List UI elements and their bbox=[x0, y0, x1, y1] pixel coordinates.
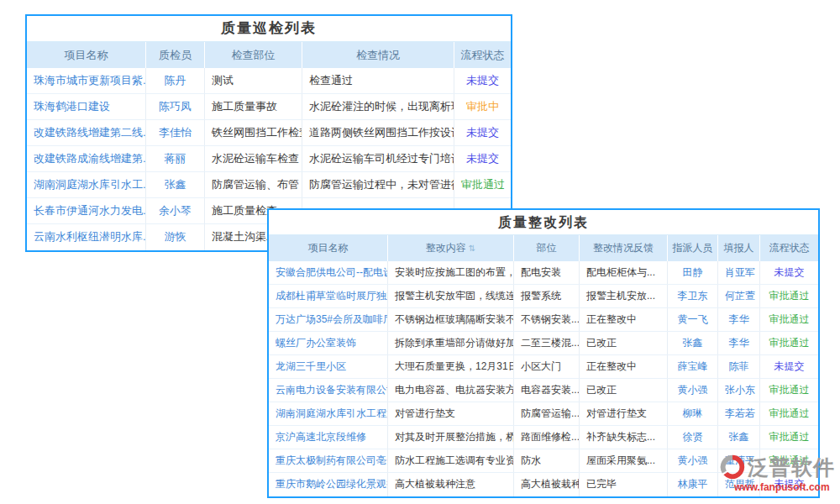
project-link[interactable]: 京沪高速北京段维修 bbox=[269, 426, 388, 449]
project-link[interactable]: 珠海市城市更新项目紫... bbox=[27, 68, 146, 93]
assignee-link[interactable]: 田静 bbox=[668, 261, 718, 284]
project-link[interactable]: 成都杜甫草堂临时展厅独立展... bbox=[269, 285, 388, 307]
reporter-link[interactable]: 肖亚军 bbox=[718, 261, 760, 284]
assignee-link[interactable]: 徐贤 bbox=[668, 426, 718, 449]
project-link[interactable]: 安徽合肥供电公司--配电设备... bbox=[269, 261, 388, 284]
project-link[interactable]: 龙湖三千里小区 bbox=[269, 355, 388, 378]
table-row: 改建铁路成渝线增建第...蒋丽水泥砼运输车检查水泥砼运输车司机经过专门培训...… bbox=[27, 146, 511, 172]
project-link[interactable]: 万达广场35#会所及咖啡厅空... bbox=[269, 308, 388, 331]
project-link[interactable]: 云南电力设备安装有限公司20... bbox=[269, 379, 388, 402]
assignee-link[interactable]: 柳琳 bbox=[668, 402, 718, 425]
table-row: 安徽合肥供电公司--配电设备...安装时应按施工图的布置，将...配电安装配电柜… bbox=[269, 261, 818, 285]
project-link[interactable]: 湖南洞庭湖水库引水工... bbox=[27, 172, 146, 197]
column-header-status: 流程状态 bbox=[454, 42, 511, 68]
table-row: 湖南洞庭湖水库引水工...张鑫防腐管运输、布管防腐管运输过程中，未对管进行...… bbox=[27, 172, 511, 198]
status-text: 审批通过 bbox=[454, 172, 511, 197]
project-link[interactable]: 长春市伊通河水力发电... bbox=[27, 198, 146, 223]
status-text: 审批通过 bbox=[760, 308, 818, 331]
assignee-link[interactable]: 张鑫 bbox=[668, 332, 718, 354]
feedback-cell: 已改正 bbox=[580, 332, 668, 354]
part-cell: 路面维修检... bbox=[514, 426, 580, 449]
reporter-link[interactable]: 何芷萱 bbox=[718, 285, 760, 307]
fanpu-watermark: 泛普软件 www.fanpusoft.com bbox=[719, 454, 835, 492]
column-header-project: 项目名称 bbox=[27, 42, 146, 68]
part-cell: 不锈钢安装... bbox=[514, 308, 580, 331]
content-cell: 防水工程施工选调有专业资质... bbox=[388, 449, 514, 472]
assignee-link[interactable]: 薛宝峰 bbox=[668, 355, 718, 378]
content-cell: 拆除到承重墙部分请做好加固... bbox=[388, 332, 514, 354]
part-cell: 二至三楼混... bbox=[514, 332, 580, 354]
status-text: 审批通过 bbox=[760, 332, 818, 354]
feedback-cell: 屋面采用聚氨... bbox=[580, 449, 668, 472]
situation-cell: 检查通过 bbox=[302, 68, 454, 93]
inspection-table-title: 质量巡检列表 bbox=[27, 16, 511, 42]
column-header-status: 流程状态 bbox=[760, 235, 818, 261]
inspection-table-header: 项目名称 质检员 检查部位 检查情况 流程状态 bbox=[27, 42, 511, 68]
column-header-feedback: 整改情况反馈 bbox=[580, 235, 668, 261]
part-cell: 高大植被栽种 bbox=[514, 473, 580, 496]
reporter-link[interactable]: 李华 bbox=[718, 332, 760, 354]
feedback-cell: 正在整改中 bbox=[580, 355, 668, 378]
assignee-link[interactable]: 林康平 bbox=[668, 473, 718, 496]
column-header-project: 项目名称 bbox=[269, 235, 388, 261]
project-link[interactable]: 螺丝厂办公室装饰 bbox=[269, 332, 388, 354]
inspector-link[interactable]: 游恢 bbox=[146, 224, 205, 250]
project-link[interactable]: 珠海鹤港口建设 bbox=[27, 94, 146, 119]
inspector-link[interactable]: 张鑫 bbox=[146, 172, 205, 197]
reporter-link[interactable]: 李华 bbox=[718, 308, 760, 331]
status-text: 审批通过 bbox=[760, 379, 818, 402]
table-row: 京沪高速北京段维修对其及时开展整治措施，桥头...路面维修检...补齐缺失标志.… bbox=[269, 426, 818, 449]
feedback-cell: 对管进行垫支 bbox=[580, 402, 668, 425]
assignee-link[interactable]: 李卫东 bbox=[668, 285, 718, 307]
table-row: 成都杜甫草堂临时展厅独立展...报警主机安放牢固，线缆连接...报警系统报警主机… bbox=[269, 285, 818, 308]
reporter-link[interactable]: 张小东 bbox=[718, 379, 760, 402]
status-text: 审批中 bbox=[454, 94, 511, 119]
assignee-link[interactable]: 黄小强 bbox=[668, 379, 718, 402]
inspector-link[interactable]: 陈巧凤 bbox=[146, 94, 205, 119]
project-link[interactable]: 重庆太极制药有限公司亳州中... bbox=[269, 449, 388, 472]
table-row: 龙湖三千里小区大理石质量更换，12月31日之...小区大门正在整改中薛宝峰陈菲未… bbox=[269, 355, 818, 379]
rectification-table-header: 项目名称 整改内容⇅ 部位 整改情况反馈 指派人员 填报人 流程状态 bbox=[269, 235, 818, 261]
feedback-cell: 已改正 bbox=[580, 379, 668, 402]
assignee-link[interactable]: 黄小强 bbox=[668, 449, 718, 472]
inspector-link[interactable]: 余小琴 bbox=[146, 198, 205, 223]
table-row: 珠海市城市更新项目紫...陈丹测试检查通过未提交 bbox=[27, 68, 511, 94]
inspector-link[interactable]: 李佳怡 bbox=[146, 120, 205, 145]
status-text: 未提交 bbox=[760, 355, 818, 378]
inspector-link[interactable]: 蒋丽 bbox=[146, 146, 205, 171]
content-cell: 对其及时开展整治措施，桥头... bbox=[388, 426, 514, 449]
reporter-link[interactable]: 张鑫 bbox=[718, 426, 760, 449]
project-link[interactable]: 云南水利枢纽潜明水库... bbox=[27, 224, 146, 250]
inspector-link[interactable]: 陈丹 bbox=[146, 68, 205, 93]
status-text: 审批通过 bbox=[760, 402, 818, 425]
status-text: 审批通过 bbox=[760, 285, 818, 307]
reporter-link[interactable]: 陈菲 bbox=[718, 355, 760, 378]
part-cell: 测试 bbox=[205, 68, 302, 93]
content-cell: 大理石质量更换，12月31日之... bbox=[388, 355, 514, 378]
situation-cell: 防腐管运输过程中，未对管进行... bbox=[302, 172, 454, 197]
situation-cell: 水泥砼灌注的时候，出现离析现象 bbox=[302, 94, 454, 119]
project-link[interactable]: 改建铁路成渝线增建第... bbox=[27, 146, 146, 171]
part-cell: 配电安装 bbox=[514, 261, 580, 284]
sort-icon[interactable]: ⇅ bbox=[469, 244, 475, 253]
column-header-assignee: 指派人员 bbox=[668, 235, 718, 261]
project-link[interactable]: 重庆市鹅岭公园绿化景观提升... bbox=[269, 473, 388, 496]
column-header-inspector: 质检员 bbox=[146, 42, 205, 68]
table-row: 云南电力设备安装有限公司20...电力电容器、电抗器安装方案,...电容器安装.… bbox=[269, 379, 818, 402]
table-row: 万达广场35#会所及咖啡厅空...不锈钢边框玻璃隔断安装不牢...不锈钢安装..… bbox=[269, 308, 818, 332]
project-link[interactable]: 湖南洞庭湖水库引水工程施工I标 bbox=[269, 402, 388, 425]
column-header-part: 检查部位 bbox=[205, 42, 302, 68]
column-header-content[interactable]: 整改内容⇅ bbox=[388, 235, 514, 261]
situation-cell: 水泥砼运输车司机经过专门培训... bbox=[302, 146, 454, 171]
column-header-part: 部位 bbox=[514, 235, 580, 261]
column-header-situation: 检查情况 bbox=[302, 42, 454, 68]
reporter-link[interactable]: 李若若 bbox=[718, 402, 760, 425]
project-link[interactable]: 改建铁路线增建第二线... bbox=[27, 120, 146, 145]
part-cell: 报警系统 bbox=[514, 285, 580, 307]
status-text: 未提交 bbox=[454, 146, 511, 171]
content-cell: 对管进行垫支 bbox=[388, 402, 514, 425]
status-text: 未提交 bbox=[454, 120, 511, 145]
page: 质量巡检列表 项目名称 质检员 检查部位 检查情况 流程状态 珠海市城市更新项目… bbox=[0, 0, 840, 504]
assignee-link[interactable]: 黄一飞 bbox=[668, 308, 718, 331]
column-header-reporter: 填报人 bbox=[718, 235, 760, 261]
